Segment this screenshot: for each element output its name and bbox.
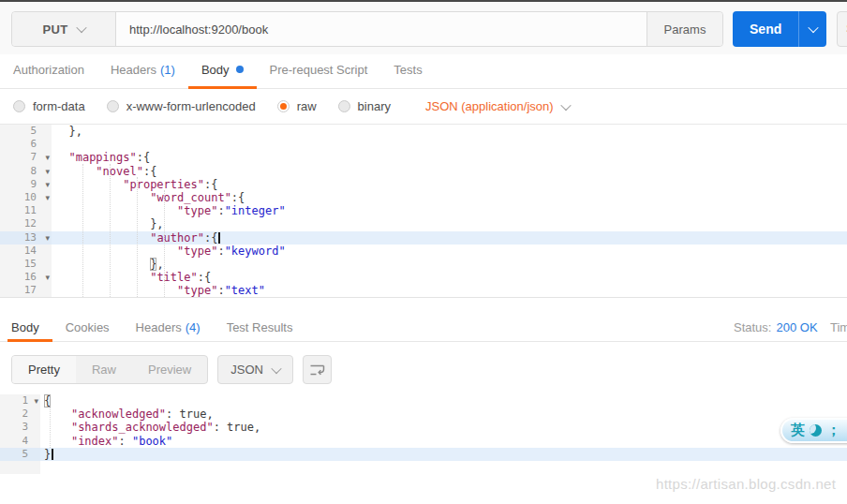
code-line-12[interactable]: 12 }, [0,217,847,230]
code-text[interactable]: "index": "book" [40,435,847,448]
code-line-9[interactable]: 9▾ "properties":{ [0,178,847,191]
line-number: 13▾ [0,231,52,245]
code-line-5[interactable]: 5} [0,448,847,461]
radio-icon [13,100,25,112]
tab-headers[interactable]: Headers(4) [123,317,214,341]
code-line-13[interactable]: 13▾ "author":{ [0,231,847,245]
code-line-7[interactable]: 7▾ "mappings":{ [0,151,847,164]
raw-format-select[interactable]: JSON (application/json) [425,99,570,113]
response-tabs: BodyCookiesHeaders(4)Test Results [0,317,847,342]
line-number: 11 [0,204,52,217]
line-number: 3 [0,421,40,434]
params-button[interactable]: Params [646,12,722,46]
tab-label: Headers [136,320,182,334]
request-body-editor[interactable]: 5 },67▾ "mappings":{8▾ "novel":{9▾ "prop… [0,125,847,298]
code-text[interactable]: } [40,448,847,461]
code-line-11[interactable]: 11 "type":"integer" [0,204,847,217]
line-number: 9▾ [0,178,52,191]
text-cursor [52,449,53,460]
code-text[interactable]: "word_count":{ [52,191,847,204]
code-text[interactable]: "mappings":{ [52,151,847,164]
tab-headers[interactable]: Headers(1) [97,54,188,88]
body-type-form-data[interactable]: form-data [13,99,85,113]
code-text[interactable]: "author":{ [52,231,847,245]
code-line-8[interactable]: 8▾ "novel":{ [0,165,847,178]
code-text[interactable]: "title":{ [52,271,847,284]
code-line-17[interactable]: 17 "type":"text" [0,284,847,297]
tab-tests[interactable]: Tests [380,54,435,88]
response-format-select[interactable]: JSON [217,355,293,384]
send-button[interactable]: Send [733,11,826,47]
code-line-6[interactable]: 6 [0,138,847,151]
code-text[interactable]: }, [52,125,847,138]
code-text [40,461,847,474]
code-line-5[interactable]: 5 }, [0,125,847,138]
tab-test-results[interactable]: Test Results [214,317,306,341]
tab-pre-request-script[interactable]: Pre-request Script [257,54,381,88]
body-type-x-www-form-urlencoded[interactable]: x-www-form-urlencoded [107,99,256,113]
code-line-14[interactable]: 14 "type":"keyword" [0,245,847,258]
ime-language-label: 英 [791,422,805,439]
tab-authorization[interactable]: Authorization [0,54,97,88]
save-button[interactable]: Save [837,11,847,47]
wrap-lines-button[interactable] [303,355,332,384]
code-text[interactable]: { [40,394,847,408]
view-pretty-button[interactable]: Pretty [12,356,76,383]
code-line-1[interactable]: 1▾{ [0,394,847,408]
tab-count-badge: (4) [186,320,201,334]
code-line-15[interactable]: 15 }, [0,258,847,271]
code-text[interactable]: "properties":{ [52,178,847,191]
send-options-button[interactable] [798,11,826,47]
view-raw-button[interactable]: Raw [76,356,132,383]
chevron-down-icon [808,22,818,33]
code-text[interactable] [52,138,847,151]
code-text[interactable]: "type":"integer" [52,204,847,217]
chevron-down-icon [76,22,86,33]
fold-arrow-icon[interactable]: ▾ [45,271,50,284]
fold-arrow-icon[interactable]: ▾ [45,151,50,164]
line-number: 8▾ [0,165,52,178]
status-label: Status: [734,320,771,334]
radio-label: raw [297,99,317,113]
code-line-10[interactable]: 10▾ "word_count":{ [0,191,847,204]
fold-arrow-icon[interactable]: ▾ [34,394,38,408]
tab-label: Headers [111,63,156,77]
view-preview-button[interactable]: Preview [132,356,207,383]
code-text[interactable]: "shards_acknowledged": true, [40,421,847,434]
tab-body[interactable]: Body [188,54,257,88]
code-line-16[interactable]: 16▾ "title":{ [0,271,847,284]
fold-arrow-icon[interactable]: ▾ [45,165,50,178]
fold-arrow-icon[interactable]: ▾ [45,231,50,245]
code-text[interactable]: "type":"keyword" [52,245,847,258]
fold-arrow-icon[interactable]: ▾ [45,178,50,191]
tab-label: Cookies [66,320,110,334]
ime-indicator[interactable]: 英 ； [780,418,847,443]
tab-label: Body [11,320,39,334]
response-time-label: Tim [830,317,847,339]
tab-body[interactable]: Body [7,317,52,341]
fold-arrow-icon[interactable]: ▾ [45,191,50,204]
body-type-raw[interactable]: raw [277,99,317,113]
chevron-down-icon [560,99,571,110]
code-text[interactable]: }, [52,217,847,230]
code-text[interactable]: "type":"text" [52,284,847,297]
code-line-4[interactable]: 4 "index": "book" [0,435,847,448]
method-select[interactable]: PUT [12,12,116,46]
response-body-editor[interactable]: 1▾{2 "acknowledged": true,3 "shards_ackn… [0,394,847,476]
raw-format-label: JSON (application/json) [425,99,554,113]
code-text[interactable]: "acknowledged": true, [40,408,847,421]
url-input[interactable] [116,12,646,46]
code-text[interactable]: }, [52,258,847,271]
tab-label: Pre-request Script [270,63,368,77]
code-line-3[interactable]: 3 "shards_acknowledged": true, [0,421,847,434]
body-type-binary[interactable]: binary [338,99,391,113]
response-toolbar: PrettyRawPreview JSON [11,355,332,384]
radio-label: form-data [33,99,85,113]
code-text[interactable]: "novel":{ [52,165,847,178]
line-number: 12 [0,217,52,230]
line-number: 14 [0,245,52,258]
radio-label: x-www-form-urlencoded [126,99,256,113]
code-line-2[interactable]: 2 "acknowledged": true, [0,408,847,421]
wrap-lines-icon [309,363,325,377]
tab-cookies[interactable]: Cookies [52,317,123,341]
